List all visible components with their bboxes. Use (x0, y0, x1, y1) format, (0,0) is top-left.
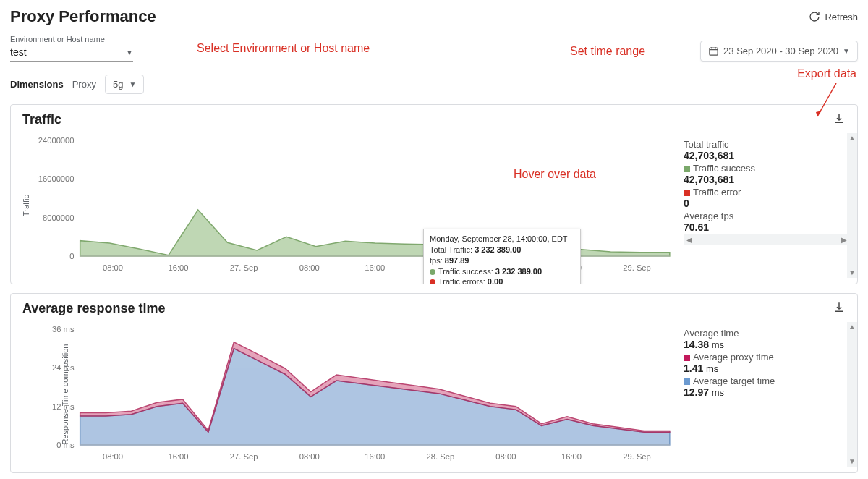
refresh-button[interactable]: Refresh (809, 11, 858, 22)
avg-tps-label: Average tps (684, 211, 850, 221)
svg-text:24000000: 24000000 (38, 136, 75, 145)
avg-time-value: 14.38 (684, 339, 709, 350)
total-traffic-value: 42,703,681 (684, 150, 850, 161)
annotation-export: Export data (797, 67, 856, 80)
avg-tps-value: 70.61 (684, 221, 850, 233)
dimension-proxy-value: 5g (113, 79, 123, 90)
annotation-export-pointer (816, 83, 838, 120)
avg-target-time-value: 12.97 (684, 386, 709, 398)
svg-marker-2 (816, 111, 822, 116)
traffic-title: Traffic (22, 112, 61, 127)
annotation-env: Select Environment or Host name (142, 42, 370, 55)
response-chart[interactable]: Response-Time composition 0 ms12 ms24 ms… (11, 322, 683, 467)
svg-text:08:00: 08:00 (103, 452, 123, 461)
svg-text:08:00: 08:00 (299, 452, 320, 461)
svg-text:0: 0 (69, 252, 74, 260)
svg-text:16:00: 16:00 (169, 452, 189, 461)
dimension-proxy-select[interactable]: 5g ▼ (105, 75, 144, 94)
svg-rect-0 (710, 48, 718, 55)
svg-text:16000000: 16000000 (38, 174, 75, 183)
environment-host-value: test (10, 46, 27, 58)
traffic-tooltip: Monday, September 28, 14:00:00, EDT Tota… (423, 229, 581, 284)
traffic-card: Traffic Traffic 080000001600000024000000… (10, 104, 858, 284)
date-range-text: 23 Sep 2020 - 30 Sep 2020 (723, 46, 838, 56)
traffic-stats-vscroll[interactable]: ▲▼ (847, 133, 857, 278)
svg-text:16:00: 16:00 (169, 263, 189, 272)
date-range-button[interactable]: 23 Sep 2020 - 30 Sep 2020 ▼ (700, 41, 858, 62)
environment-host-select[interactable]: Environment or Host name test ▼ (10, 35, 133, 62)
svg-text:08:00: 08:00 (299, 263, 320, 272)
avg-target-time-label: Average target time (693, 376, 775, 386)
export-response-button[interactable] (833, 301, 846, 316)
total-traffic-label: Total traffic (684, 139, 850, 150)
svg-text:08:00: 08:00 (103, 263, 123, 272)
response-stats: Average time 14.38 ms Average proxy time… (683, 322, 857, 467)
svg-text:29. Sep: 29. Sep (623, 263, 651, 272)
chevron-down-icon: ▼ (129, 80, 136, 88)
traffic-stats: Total traffic 42,703,681 Traffic success… (683, 133, 857, 278)
calendar-icon (708, 46, 719, 56)
chevron-down-icon: ▼ (843, 47, 850, 55)
refresh-label: Refresh (825, 12, 858, 22)
avg-proxy-time-value: 1.41 (684, 363, 703, 374)
tooltip-timestamp: Monday, September 28, 14:00:00, EDT (430, 234, 574, 245)
avg-proxy-time-label: Average proxy time (693, 352, 774, 363)
dimension-proxy-label: Proxy (72, 79, 96, 90)
dimensions-label: Dimensions (10, 79, 64, 90)
annotation-daterange: Set time range (570, 45, 700, 58)
traffic-error-value: 0 (684, 198, 850, 209)
svg-text:16:00: 16:00 (561, 452, 582, 461)
svg-text:27. Sep: 27. Sep (230, 452, 258, 461)
response-stats-vscroll[interactable]: ▲▼ (847, 322, 857, 467)
response-y-axis-label: Response-Time composition (61, 344, 69, 445)
download-icon (833, 301, 846, 314)
svg-text:16:00: 16:00 (365, 452, 385, 461)
chevron-down-icon: ▼ (126, 48, 133, 56)
traffic-success-value: 42,703,681 (684, 174, 850, 185)
svg-text:27. Sep: 27. Sep (230, 263, 258, 272)
traffic-y-axis-label: Traffic (22, 195, 30, 216)
avg-time-label: Average time (684, 328, 850, 339)
traffic-chart[interactable]: Traffic 08000000160000002400000008:0016:… (11, 133, 683, 278)
traffic-stats-hscroll[interactable]: ◀▶ (684, 234, 850, 245)
page-title: Proxy Performance (10, 7, 156, 26)
traffic-error-label: Traffic error (693, 187, 741, 198)
environment-host-label: Environment or Host name (10, 35, 133, 43)
traffic-success-label: Traffic success (693, 163, 755, 174)
svg-text:08:00: 08:00 (495, 452, 516, 461)
response-time-card: Average response time Response-Time comp… (10, 293, 858, 473)
svg-text:36 ms: 36 ms (52, 325, 75, 334)
svg-text:29. Sep: 29. Sep (623, 452, 651, 461)
annotation-hover: Hover over data (514, 168, 596, 181)
svg-text:8000000: 8000000 (43, 213, 75, 222)
refresh-icon (809, 11, 820, 22)
svg-text:16:00: 16:00 (365, 263, 385, 272)
response-time-title: Average response time (22, 301, 165, 316)
svg-text:28. Sep: 28. Sep (427, 452, 455, 461)
